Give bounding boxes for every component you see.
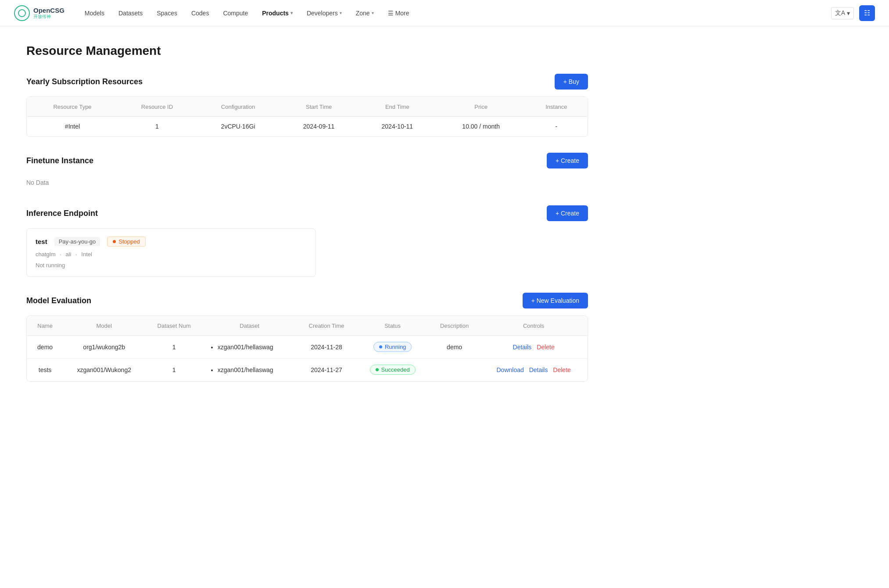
eval-name-demo: demo [27, 336, 63, 359]
configuration-cell: 2vCPU·16Gi [197, 117, 280, 136]
price-cell: 10.00 / month [437, 117, 526, 136]
nav-right: 文A ▾ ☷ [831, 5, 875, 21]
yearly-subscription-section: Yearly Subscription Resources + Buy Reso… [26, 74, 588, 137]
eval-status-tests: Succeeded [356, 359, 429, 381]
col-start-time: Start Time [280, 97, 358, 117]
eval-dataset-num-demo: 1 [145, 336, 202, 359]
succeeded-label: Succeeded [381, 366, 410, 373]
start-time-cell: 2024-09-11 [280, 117, 358, 136]
avatar-icon: ☷ [864, 9, 870, 17]
yearly-subscription-table-wrapper: Resource Type Resource ID Configuration … [26, 97, 588, 137]
finetune-title: Finetune Instance [26, 156, 93, 165]
col-price: Price [437, 97, 526, 117]
inference-header: Inference Endpoint + Create [26, 205, 588, 221]
delete-link-tests[interactable]: Delete [553, 366, 570, 373]
list-icon: ☰ [388, 10, 394, 17]
col-resource-type: Resource Type [27, 97, 118, 117]
tag-separator-2: · [75, 251, 77, 258]
stopped-label: Stopped [118, 238, 140, 245]
yearly-subscription-header: Yearly Subscription Resources + Buy [26, 74, 588, 90]
nav-developers[interactable]: Developers ▾ [301, 6, 348, 20]
eval-col-name: Name [27, 316, 63, 336]
col-resource-id: Resource ID [118, 97, 197, 117]
eval-table-wrapper: Name Model Dataset Num Dataset Creation … [26, 316, 588, 382]
instance-cell: - [526, 117, 588, 136]
language-button[interactable]: 文A ▾ [831, 7, 854, 19]
new-evaluation-button[interactable]: + New Evaluation [523, 293, 588, 308]
eval-creation-demo: 2024-11-28 [297, 336, 357, 359]
details-link-demo[interactable]: Details [513, 344, 532, 351]
nav-datasets[interactable]: Datasets [112, 6, 149, 20]
yearly-subscription-title: Yearly Subscription Resources [26, 77, 143, 86]
running-dot-icon [379, 345, 382, 348]
tag-intel: Intel [81, 251, 92, 258]
eval-model-demo: org1/wukong2b [63, 336, 145, 359]
inference-plan: Pay-as-you-go [54, 237, 100, 246]
eval-col-dataset-num: Dataset Num [145, 316, 202, 336]
eval-creation-tests: 2024-11-27 [297, 359, 357, 381]
succeeded-badge: Succeeded [370, 365, 416, 375]
model-evaluation-header: Model Evaluation + New Evaluation [26, 293, 588, 308]
tag-chatglm: chatglm [36, 251, 56, 258]
inference-name: test [36, 238, 47, 245]
table-row: demo org1/wukong2b 1 xzgan001/hellaswag … [27, 336, 588, 359]
inference-card-top: test Pay-as-you-go Stopped [36, 237, 307, 247]
resource-type-cell: #Intel [27, 117, 118, 136]
delete-link-demo[interactable]: Delete [537, 344, 554, 351]
eval-model-tests: xzgan001/Wukong2 [63, 359, 145, 381]
eval-controls-tests: Download Details Delete [480, 359, 587, 381]
download-link-tests[interactable]: Download [497, 366, 524, 373]
col-instance: Instance [526, 97, 588, 117]
nav-more[interactable]: ☰ More [382, 6, 416, 20]
running-badge: Running [373, 342, 412, 352]
page-title: Resource Management [26, 44, 588, 58]
nav-models[interactable]: Models [79, 6, 111, 20]
eval-controls-demo: Details Delete [480, 336, 587, 359]
table-row: tests xzgan001/Wukong2 1 xzgan001/hellas… [27, 359, 588, 381]
nav-compute[interactable]: Compute [217, 6, 254, 20]
nav-codes[interactable]: Codes [185, 6, 215, 20]
eval-table-body: demo org1/wukong2b 1 xzgan001/hellaswag … [27, 336, 588, 381]
nav-products[interactable]: Products ▾ [256, 6, 299, 20]
table-row: #Intel 1 2vCPU·16Gi 2024-09-11 2024-10-1… [27, 117, 588, 136]
stopped-dot-icon [113, 240, 116, 243]
eval-desc-demo: demo [429, 336, 480, 359]
zone-chevron-icon: ▾ [372, 11, 374, 15]
logo-name: OpenCSG [33, 7, 65, 14]
eval-dataset-demo: xzgan001/hellaswag [203, 336, 297, 359]
products-chevron-icon: ▾ [290, 11, 293, 15]
model-evaluation-title: Model Evaluation [26, 296, 91, 305]
stopped-badge: Stopped [107, 237, 145, 247]
eval-name-tests: tests [27, 359, 63, 381]
end-time-cell: 2024-10-11 [358, 117, 437, 136]
yearly-table-head: Resource Type Resource ID Configuration … [27, 97, 588, 117]
user-avatar-button[interactable]: ☷ [859, 5, 875, 21]
main-content: Resource Management Yearly Subscription … [0, 26, 614, 415]
inference-running-status: Not running [36, 262, 307, 269]
logo[interactable]: OpenCSG 开放传神 [14, 5, 65, 21]
finetune-create-button[interactable]: + Create [547, 153, 588, 169]
buy-button[interactable]: + Buy [555, 74, 588, 90]
inference-section: Inference Endpoint + Create test Pay-as-… [26, 205, 588, 277]
eval-col-controls: Controls [480, 316, 587, 336]
inference-create-button[interactable]: + Create [547, 205, 588, 221]
translate-icon: 文A [835, 9, 845, 17]
col-configuration: Configuration [197, 97, 280, 117]
yearly-table-body: #Intel 1 2vCPU·16Gi 2024-09-11 2024-10-1… [27, 117, 588, 136]
eval-desc-tests [429, 359, 480, 381]
eval-col-description: Description [429, 316, 480, 336]
eval-table: Name Model Dataset Num Dataset Creation … [27, 316, 588, 381]
eval-status-demo: Running [356, 336, 429, 359]
lang-chevron-icon: ▾ [847, 10, 850, 17]
eval-dataset-tests: xzgan001/hellaswag [203, 359, 297, 381]
succeeded-dot-icon [376, 368, 379, 371]
finetune-no-data: No Data [26, 176, 588, 190]
eval-col-creation-time: Creation Time [297, 316, 357, 336]
eval-col-status: Status [356, 316, 429, 336]
eval-col-dataset: Dataset [203, 316, 297, 336]
finetune-header: Finetune Instance + Create [26, 153, 588, 169]
nav-zone[interactable]: Zone ▾ [350, 6, 380, 20]
nav-spaces[interactable]: Spaces [151, 6, 183, 20]
finetune-section: Finetune Instance + Create No Data [26, 153, 588, 190]
details-link-tests[interactable]: Details [529, 366, 548, 373]
